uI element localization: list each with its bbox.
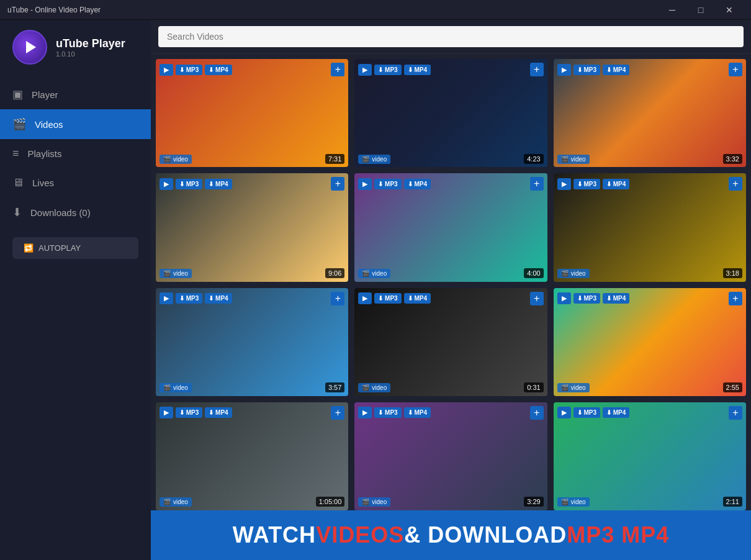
- mp4-button-2[interactable]: ⬇ MP4: [404, 65, 431, 75]
- play-button-6[interactable]: ▶: [557, 178, 571, 190]
- add-button-10[interactable]: +: [331, 406, 344, 420]
- video-badge-label-2: video: [372, 156, 387, 163]
- sidebar-item-playlists[interactable]: ≡ Playlists: [0, 139, 151, 168]
- banner-text-1: WATCH: [233, 522, 316, 548]
- video-card-11[interactable]: ▶ ⬇ MP3 ⬇ MP4 + 🎬 video 3:29: [354, 402, 547, 510]
- add-button-7[interactable]: +: [331, 292, 344, 305]
- video-badge-4: 🎬 video: [160, 269, 192, 278]
- mp3-button-2[interactable]: ⬇ MP3: [374, 65, 401, 75]
- play-button-8[interactable]: ▶: [358, 292, 372, 304]
- mp4-button-6[interactable]: ⬇ MP4: [603, 179, 629, 189]
- video-card-5[interactable]: ▶ ⬇ MP3 ⬇ MP4 + 🎬 video 4:00 PIĘKNI I MŁ…: [354, 173, 547, 281]
- mp3-button-8[interactable]: ⬇ MP3: [374, 293, 401, 304]
- play-button-9[interactable]: ▶: [557, 292, 571, 304]
- playlists-icon: ≡: [12, 147, 19, 160]
- sidebar-item-videos[interactable]: 🎬 Videos: [0, 109, 151, 139]
- play-button-4[interactable]: ▶: [160, 178, 173, 190]
- video-badge-icon-1: 🎬: [163, 156, 171, 163]
- add-button-2[interactable]: +: [530, 63, 544, 76]
- mp3-button-7[interactable]: ⬇ MP3: [176, 293, 202, 304]
- video-card-12[interactable]: ▶ ⬇ MP3 ⬇ MP4 + 🎬 video 2:11: [554, 402, 746, 510]
- add-button-11[interactable]: +: [530, 406, 544, 420]
- add-button-6[interactable]: +: [729, 177, 742, 191]
- video-badge-label-5: video: [372, 270, 387, 277]
- sidebar-item-downloads[interactable]: ⬇ Downloads (0): [0, 197, 151, 227]
- video-badge-icon-8: 🎬: [362, 384, 369, 391]
- video-badge-2: 🎬 video: [358, 155, 390, 164]
- mp4-button-12[interactable]: ⬇ MP4: [603, 407, 629, 418]
- video-badge-icon-6: 🎬: [561, 270, 569, 277]
- mp4-button-1[interactable]: ⬇ MP4: [205, 65, 232, 75]
- play-button-12[interactable]: ▶: [557, 407, 571, 418]
- video-thumbnail-5: ▶ ⬇ MP3 ⬇ MP4 + 🎬 video 4:00: [354, 173, 547, 281]
- close-button[interactable]: ✕: [715, 0, 744, 20]
- video-badge-9: 🎬 video: [557, 383, 590, 392]
- add-button-5[interactable]: +: [530, 177, 544, 191]
- video-badge-label-6: video: [571, 270, 586, 277]
- play-button-5[interactable]: ▶: [358, 178, 372, 190]
- video-badge-icon-12: 🎬: [561, 499, 569, 505]
- play-button-11[interactable]: ▶: [358, 407, 372, 418]
- mp3-button-9[interactable]: ⬇ MP3: [573, 293, 600, 304]
- add-button-3[interactable]: +: [729, 63, 742, 76]
- video-thumbnail-2: ▶ ⬇ MP3 ⬇ MP4 + 🎬 video 4:23: [354, 59, 547, 167]
- mp4-button-9[interactable]: ⬇ MP4: [603, 293, 629, 304]
- add-button-1[interactable]: +: [331, 63, 344, 76]
- mp3-button-4[interactable]: ⬇ MP3: [176, 179, 202, 189]
- video-card-3[interactable]: ▶ ⬇ MP3 ⬇ MP4 + 🎬 video 3:32 Męskie Gran…: [554, 59, 746, 167]
- video-card-1[interactable]: ▶ ⬇ MP3 ⬇ MP4 + 🎬 video 7:31 BLOK EKIPA …: [156, 59, 348, 167]
- video-thumbnail-10: ▶ ⬇ MP3 ⬇ MP4 + 🎬 video 1:05:00: [156, 402, 348, 510]
- titlebar: uTube - Online Video Player ─ □ ✕: [0, 0, 751, 20]
- add-button-4[interactable]: +: [331, 177, 344, 191]
- play-button-2[interactable]: ▶: [358, 64, 372, 76]
- app-name: uTube Player: [56, 37, 125, 50]
- video-card-10[interactable]: ▶ ⬇ MP3 ⬇ MP4 + 🎬 video 1:05:00: [156, 402, 348, 510]
- video-duration-1: 7:31: [325, 154, 344, 164]
- mp3-button-11[interactable]: ⬇ MP3: [374, 407, 401, 418]
- video-card-6[interactable]: ▶ ⬇ MP3 ⬇ MP4 + 🎬 video 3:18 ReTo - Bour…: [554, 173, 746, 281]
- video-badge-icon-7: 🎬: [163, 384, 171, 391]
- mp4-button-3[interactable]: ⬇ MP4: [603, 65, 629, 75]
- video-card-8[interactable]: ▶ ⬇ MP3 ⬇ MP4 + 🎬 video 0:31 MATA TRAILE…: [354, 288, 547, 396]
- mp3-button-6[interactable]: ⬇ MP3: [573, 179, 600, 189]
- banner-text-4: MP3 MP4: [567, 522, 669, 548]
- video-controls-3: ▶ ⬇ MP3 ⬇ MP4 +: [557, 63, 742, 76]
- search-input[interactable]: [158, 26, 744, 47]
- mp3-button-10[interactable]: ⬇ MP3: [176, 407, 202, 418]
- mp3-button-12[interactable]: ⬇ MP3: [573, 407, 600, 418]
- mp3-button-1[interactable]: ⬇ MP3: [176, 65, 202, 75]
- play-button-7[interactable]: ▶: [160, 292, 173, 304]
- add-button-9[interactable]: +: [729, 292, 742, 305]
- sidebar-item-lives[interactable]: 🖥 Lives: [0, 168, 151, 197]
- add-button-12[interactable]: +: [729, 406, 742, 420]
- video-card-2[interactable]: ▶ ⬇ MP3 ⬇ MP4 + 🎬 video 4:23 Tymek, Brod…: [354, 59, 547, 167]
- video-thumbnail-7: ▶ ⬇ MP3 ⬇ MP4 + 🎬 video 3:57: [156, 288, 348, 396]
- mp4-button-8[interactable]: ⬇ MP4: [404, 293, 431, 304]
- video-badge-5: 🎬 video: [358, 269, 390, 278]
- video-controls-9: ▶ ⬇ MP3 ⬇ MP4 +: [557, 292, 742, 305]
- mp4-button-10[interactable]: ⬇ MP4: [205, 407, 232, 418]
- play-button-3[interactable]: ▶: [557, 64, 571, 76]
- mp3-button-5[interactable]: ⬇ MP3: [374, 179, 401, 189]
- play-button-10[interactable]: ▶: [160, 407, 173, 418]
- mp4-button-11[interactable]: ⬇ MP4: [404, 407, 431, 418]
- play-button-1[interactable]: ▶: [160, 64, 173, 76]
- video-thumbnail-3: ▶ ⬇ MP3 ⬇ MP4 + 🎬 video 3:32: [554, 59, 746, 167]
- add-button-8[interactable]: +: [530, 292, 544, 305]
- minimize-button[interactable]: ─: [658, 0, 686, 20]
- video-badge-icon-3: 🎬: [561, 156, 569, 163]
- sidebar-item-player[interactable]: ▣ Player: [0, 79, 151, 109]
- mp4-button-5[interactable]: ⬇ MP4: [404, 179, 431, 189]
- video-card-9[interactable]: ▶ ⬇ MP3 ⬇ MP4 + 🎬 video 2:55 TEAM X - HA…: [554, 288, 746, 396]
- videos-grid: ▶ ⬇ MP3 ⬇ MP4 + 🎬 video 7:31 BLOK EKIPA …: [151, 54, 751, 510]
- maximize-button[interactable]: □: [686, 0, 715, 20]
- mp4-button-4[interactable]: ⬇ MP4: [205, 179, 232, 189]
- autoplay-button[interactable]: 🔁 AUTOPLAY: [12, 237, 138, 259]
- mp3-button-3[interactable]: ⬇ MP3: [573, 65, 600, 75]
- video-card-7[interactable]: ▶ ⬇ MP3 ⬇ MP4 + 🎬 video 3:57 EKIPA - NAP…: [156, 288, 348, 396]
- video-card-4[interactable]: ▶ ⬇ MP3 ⬇ MP4 + 🎬 video 9:06 Golden Buzz…: [156, 173, 348, 281]
- player-icon: ▣: [12, 88, 23, 101]
- video-duration-8: 0:31: [524, 382, 543, 392]
- mp4-button-7[interactable]: ⬇ MP4: [205, 293, 232, 304]
- autoplay-icon: 🔁: [24, 243, 34, 253]
